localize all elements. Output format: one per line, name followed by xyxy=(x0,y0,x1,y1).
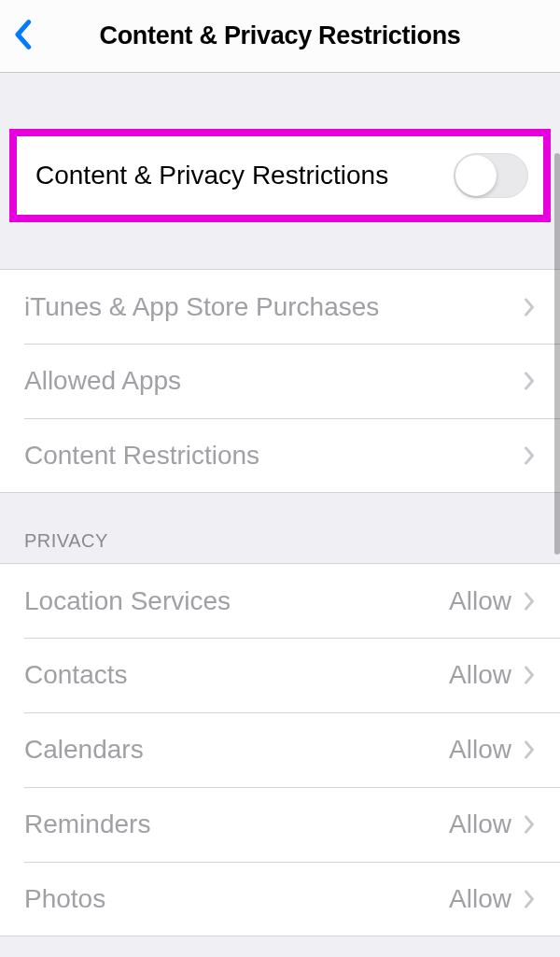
chevron-right-icon xyxy=(523,813,536,836)
restrictions-group: iTunes & App Store Purchases Allowed App… xyxy=(0,269,560,493)
row-label: Location Services xyxy=(24,586,449,616)
content-restrictions-row[interactable]: Content Restrictions xyxy=(0,418,560,493)
back-button[interactable] xyxy=(13,13,41,60)
scrollbar[interactable] xyxy=(554,153,560,555)
row-value: Allow xyxy=(449,660,511,690)
chevron-right-icon xyxy=(523,296,536,318)
itunes-purchases-row[interactable]: iTunes & App Store Purchases xyxy=(0,269,560,344)
row-label: Photos xyxy=(24,884,449,914)
highlighted-toggle-row: Content & Privacy Restrictions xyxy=(9,129,551,222)
row-value: Allow xyxy=(449,884,511,914)
row-value: Allow xyxy=(449,809,511,839)
chevron-right-icon xyxy=(523,664,536,686)
allowed-apps-row[interactable]: Allowed Apps xyxy=(0,344,560,418)
row-value: Allow xyxy=(449,586,511,616)
row-label: Content Restrictions xyxy=(24,441,523,471)
row-value: Allow xyxy=(449,735,511,765)
chevron-left-icon xyxy=(13,19,32,54)
row-label: Reminders xyxy=(24,809,449,839)
photos-row[interactable]: Photos Allow xyxy=(0,862,560,936)
privacy-section-header: PRIVACY xyxy=(0,493,560,563)
page-title: Content & Privacy Restrictions xyxy=(0,21,560,50)
contacts-row[interactable]: Contacts Allow xyxy=(0,638,560,712)
chevron-right-icon xyxy=(523,590,536,612)
chevron-right-icon xyxy=(523,739,536,761)
chevron-right-icon xyxy=(523,370,536,392)
location-services-row[interactable]: Location Services Allow xyxy=(0,563,560,638)
content-privacy-toggle[interactable] xyxy=(454,153,528,198)
calendars-row[interactable]: Calendars Allow xyxy=(0,712,560,787)
privacy-group: Location Services Allow Contacts Allow C… xyxy=(0,563,560,936)
reminders-row[interactable]: Reminders Allow xyxy=(0,787,560,862)
row-label: Allowed Apps xyxy=(24,366,523,396)
row-label: iTunes & App Store Purchases xyxy=(24,292,523,322)
navigation-bar: Content & Privacy Restrictions xyxy=(0,0,560,73)
toggle-knob xyxy=(455,155,497,196)
chevron-right-icon xyxy=(523,444,536,467)
row-label: Contacts xyxy=(24,660,449,690)
content-privacy-toggle-row[interactable]: Content & Privacy Restrictions xyxy=(21,140,539,211)
row-label: Calendars xyxy=(24,735,449,765)
settings-scroll-area[interactable]: Content & Privacy Restrictions iTunes & … xyxy=(0,73,560,957)
chevron-right-icon xyxy=(523,888,536,910)
toggle-row-label: Content & Privacy Restrictions xyxy=(35,161,454,190)
